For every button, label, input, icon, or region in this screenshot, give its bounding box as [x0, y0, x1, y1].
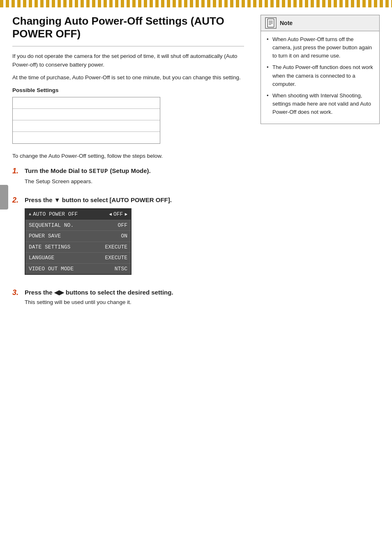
- note-item-2: The Auto Power-off function does not wor…: [267, 63, 374, 88]
- lcd-label-video-out: VIDEO OUT MODE: [29, 265, 74, 273]
- note-item-1: When Auto Power-Off turns off the camera…: [267, 35, 374, 60]
- step-2-title: Press the ▼ button to select [AUTO POWER…: [25, 196, 244, 204]
- step-3-desc: This setting will be used until you chan…: [25, 298, 244, 306]
- right-column: Note When Auto Power-Off turns off the c…: [256, 15, 380, 316]
- note-body: When Auto Power-Off turns off the camera…: [261, 31, 379, 124]
- lcd-row-sequential: SEQUENTIAL NO. OFF: [25, 220, 131, 231]
- title-divider: [12, 46, 244, 46]
- lcd-value-power-save: ON: [121, 232, 127, 240]
- step-1: 1. Turn the Mode Dial to SETUP (Setup Mo…: [12, 166, 244, 189]
- lcd-label-auto-power: AUTO POWER OFF: [33, 210, 78, 219]
- page-title: Changing Auto Power-Off Settings (AUTO P…: [12, 15, 244, 40]
- note-header: Note: [261, 15, 379, 31]
- svg-rect-0: [267, 19, 274, 27]
- scroll-up-icon: ▲: [29, 211, 31, 217]
- note-box: Note When Auto Power-Off turns off the c…: [261, 15, 380, 124]
- lcd-arrow-left-icon: ◄: [109, 211, 112, 218]
- lcd-label-power-save: POWER SAVE: [29, 232, 61, 240]
- step-3-number: 3.: [12, 288, 21, 297]
- lcd-left-auto-power: ▲ AUTO POWER OFF: [29, 210, 78, 219]
- camera-lcd: ▲ AUTO POWER OFF ◄ OFF ► SEQUENTIAL NO.: [25, 208, 131, 275]
- lcd-value-video-out: NTSC: [115, 265, 127, 273]
- step-1-desc: The Setup Screen appears.: [25, 177, 244, 186]
- lcd-row-date-settings: DATE SETTINGS EXECUTE: [25, 242, 131, 253]
- lcd-row-auto-power: ▲ AUTO POWER OFF ◄ OFF ►: [25, 209, 131, 220]
- step-3-content: Press the ◀▶ buttons to select the desir…: [25, 288, 244, 310]
- lcd-label-language: LANGUAGE: [29, 254, 54, 262]
- lcd-right-auto-power: ◄ OFF ►: [109, 210, 127, 219]
- note-list: When Auto Power-Off turns off the camera…: [267, 35, 374, 116]
- step-1-number: 1.: [12, 166, 21, 176]
- lcd-value-sequential: OFF: [118, 221, 127, 230]
- lcd-label-sequential: SEQUENTIAL NO.: [29, 221, 74, 230]
- intro-paragraph-2: At the time of purchase, Auto Power-Off …: [12, 74, 244, 82]
- left-column: Changing Auto Power-Off Settings (AUTO P…: [12, 15, 256, 316]
- left-tab: [0, 185, 8, 210]
- lcd-value-language: EXECUTE: [105, 254, 127, 262]
- lcd-row-power-save: POWER SAVE ON: [25, 231, 131, 242]
- top-border: [0, 0, 392, 7]
- page-container: Changing Auto Power-Off Settings (AUTO P…: [0, 7, 392, 329]
- settings-row-1: [13, 97, 160, 109]
- possible-settings-label: Possible Settings: [12, 86, 244, 94]
- settings-table: [12, 97, 160, 144]
- settings-row-2: [13, 109, 160, 120]
- lcd-value-auto-power: OFF: [113, 210, 123, 219]
- note-item-3: When shooting with Interval Shooting, se…: [267, 92, 374, 116]
- lcd-label-date-settings: DATE SETTINGS: [29, 243, 70, 251]
- note-icon: [265, 17, 277, 29]
- settings-row-4: [13, 132, 160, 143]
- intro-paragraph-1: If you do not operate the camera for the…: [12, 52, 244, 69]
- step-2: 2. Press the ▼ button to select [AUTO PO…: [12, 196, 244, 281]
- page-wrapper: Changing Auto Power-Off Settings (AUTO P…: [0, 0, 392, 329]
- step-2-number: 2.: [12, 196, 21, 205]
- step-1-title: Turn the Mode Dial to SETUP (Setup Mode)…: [25, 166, 244, 176]
- step-1-content: Turn the Mode Dial to SETUP (Setup Mode)…: [25, 166, 244, 189]
- step-2-content: Press the ▼ button to select [AUTO POWER…: [25, 196, 244, 281]
- settings-row-3: [13, 120, 160, 132]
- lcd-value-date-settings: EXECUTE: [105, 243, 127, 251]
- to-change-text: To change the Auto Power-Off setting, fo…: [12, 152, 244, 161]
- note-title: Note: [280, 19, 293, 28]
- lcd-row-language: LANGUAGE EXECUTE: [25, 253, 131, 264]
- lcd-row-video-out: VIDEO OUT MODE NTSC: [25, 264, 131, 274]
- lcd-arrow-right-icon: ►: [125, 211, 127, 218]
- step-3: 3. Press the ◀▶ buttons to select the de…: [12, 288, 244, 310]
- note-svg-icon: [266, 18, 275, 28]
- step-3-title: Press the ◀▶ buttons to select the desir…: [25, 288, 244, 297]
- setup-word: SETUP: [89, 168, 108, 175]
